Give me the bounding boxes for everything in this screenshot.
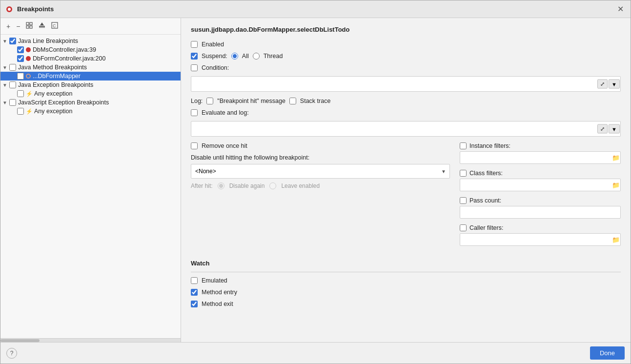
tree-group-java-method[interactable]: ▼ Java Method Breakpoints [0,63,181,72]
method-exit-row: Method exit [191,301,621,307]
after-hit-label: After hit: [191,182,213,189]
method-entry-checkbox[interactable] [191,289,198,296]
java-exception-checkbox[interactable] [9,81,16,88]
suspend-checkbox[interactable] [191,53,198,60]
disable-again-label: Disable again [229,182,265,189]
java-method-checkbox[interactable] [9,64,16,71]
log-row: Log: "Breakpoint hit" message Stack trac… [191,98,621,104]
emulated-checkbox[interactable] [191,277,198,284]
remove-once-hit-checkbox[interactable] [191,142,198,149]
instance-filters-folder-button[interactable]: 📁 [612,154,620,162]
thread-radio[interactable] [253,53,260,60]
all-radio[interactable] [231,53,238,60]
evaluate-checkbox[interactable] [191,109,198,116]
disable-dropdown[interactable]: <None> [191,164,450,179]
tree-group-java-exception[interactable]: ▼ Java Exception Breakpoints [0,81,181,89]
tree-group-js-exception[interactable]: ▼ JavaScript Exception Breakpoints [0,98,181,107]
pass-count-checkbox[interactable] [460,197,467,204]
condition-checkbox[interactable] [191,64,198,71]
export-button[interactable] [37,21,47,31]
dot-outline-icon [26,74,31,79]
svg-rect-2 [26,22,29,25]
js-exception-checkbox[interactable] [9,99,16,106]
eval-actions: ⤢ ▼ [597,124,620,134]
leave-enabled-label: Leave enabled [281,182,320,189]
java-method-label: Java Method Breakpoints [18,64,87,71]
dbform-checkbox[interactable] [17,55,24,62]
dbform-label: DbFormController.java:200 [33,55,105,62]
group-button[interactable] [24,21,35,31]
two-col-section: Remove once hit Disable until hitting th… [191,142,621,252]
js-exception-label: JavaScript Exception Breakpoints [18,99,109,106]
expand-condition-button[interactable]: ⤢ [597,80,608,89]
remove-button[interactable]: − [14,21,22,31]
leave-enabled-radio[interactable] [269,182,276,189]
svg-rect-3 [30,22,32,25]
tree-item-dbformmapper[interactable]: ...DbFormMapper [0,72,181,81]
add-button[interactable]: + [4,21,12,31]
suspend-row: Suspend: All Thread [191,53,621,60]
watch-section: Watch Emulated Method entry Method exit [191,260,621,307]
instance-filters-checkbox[interactable] [460,142,467,149]
stack-trace-checkbox[interactable] [289,98,296,104]
enabled-checkbox[interactable] [191,41,198,48]
disable-until-label: Disable until hitting the following brea… [191,154,309,161]
dbms-label: DbMsController.java:39 [33,46,96,53]
emulated-row: Emulated [191,277,621,284]
toggle-icon: ▼ [2,39,9,44]
watch-divider [191,272,621,272]
close-button[interactable]: ✕ [615,4,626,14]
java-line-checkbox[interactable] [9,38,16,44]
js-any-checkbox[interactable] [17,108,24,115]
class-filters-label: Class filters: [469,170,503,177]
svg-rect-6 [39,26,45,27]
dropdown-condition-button[interactable]: ▼ [609,80,620,89]
caller-filters-folder-button[interactable]: 📁 [612,236,620,243]
dbformmapper-checkbox[interactable] [17,73,24,80]
tree-item-js-any[interactable]: ⚡ Any exception [0,107,181,116]
tree-item-dbform[interactable]: DbFormController.java:200 [0,54,181,63]
expand-eval-button[interactable]: ⤢ [597,124,608,134]
js-any-label: Any exception [34,108,73,115]
svg-rect-4 [26,26,29,28]
class-filters-checkbox[interactable] [460,170,467,177]
pass-count-input[interactable] [460,206,621,219]
tree-item-dbms[interactable]: DbMsController.java:39 [0,45,181,54]
caller-filters-input[interactable] [460,233,621,246]
disable-again-radio[interactable] [218,182,224,189]
toolbar: + − [0,18,181,35]
method-exit-checkbox[interactable] [191,301,198,307]
emulated-label: Emulated [202,277,227,284]
done-button[interactable]: Done [590,346,625,360]
condition-row: Condition: [191,64,621,71]
java-line-label: Java Line Breakpoints [18,38,78,44]
red-dot-icon [26,56,31,61]
dropdown-eval-button[interactable]: ▼ [609,124,620,134]
evaluate-input[interactable] [191,121,621,137]
tree-group-java-line[interactable]: ▼ Java Line Breakpoints [0,37,181,45]
condition-input[interactable] [191,76,621,92]
breakpoints-icon [5,5,13,13]
class-filters-input[interactable] [460,179,621,191]
class-filters-row: Class filters: 📁 [460,170,621,191]
svg-text:C: C [53,23,56,28]
scrollbar[interactable] [0,338,181,342]
tree-item-java-any[interactable]: ⚡ Any exception [0,89,181,98]
instance-filters-input[interactable] [460,151,621,164]
tree: ▼ Java Line Breakpoints DbMsController.j… [0,35,181,338]
java-any-checkbox[interactable] [17,90,24,97]
caller-filters-label: Caller filters: [469,224,503,231]
dbms-checkbox[interactable] [17,46,24,53]
dialog-title: Breakpoints [17,5,54,13]
stack-trace-label: Stack trace [300,98,331,104]
help-button[interactable]: ? [6,348,17,359]
evaluate-row: Evaluate and log: [191,109,621,116]
method-entry-label: Method entry [202,289,237,296]
svg-rect-5 [30,26,32,28]
condition-actions: ⤢ ▼ [597,80,620,89]
clear-button[interactable]: C [49,21,60,31]
title-bar: Breakpoints ✕ [0,0,631,18]
class-filters-folder-button[interactable]: 📁 [612,182,620,189]
caller-filters-checkbox[interactable] [460,224,467,231]
breakpoint-hit-checkbox[interactable] [206,98,213,104]
